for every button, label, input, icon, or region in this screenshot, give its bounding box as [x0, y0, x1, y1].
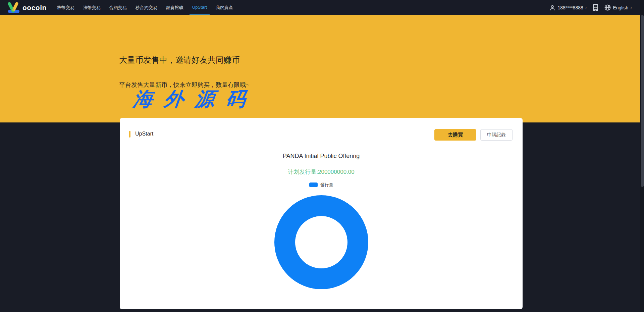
scrollbar-thumb[interactable] [641, 15, 644, 187]
nav-item-coin-trade[interactable]: 幣幣交易 [54, 0, 77, 15]
user-menu[interactable]: 188****8888 ‹ [549, 5, 587, 11]
language-label: English [613, 5, 628, 10]
scrollbar-track[interactable] [640, 0, 644, 312]
logo-text: oocoin [22, 4, 47, 12]
nav-item-sec-contract[interactable]: 秒合約交易 [133, 0, 160, 15]
donut-ring [274, 195, 368, 289]
logo-v-icon [7, 2, 21, 14]
user-chevron-icon: ‹ [585, 5, 587, 10]
user-icon [549, 5, 555, 11]
chart-legend-item[interactable]: 發行量 [120, 182, 523, 188]
nav-item-contract[interactable]: 合約交易 [107, 0, 129, 15]
upstart-card: UpStart 去購買 申購記錄 PANDA Initial Public Of… [120, 118, 523, 309]
nav-item-assets[interactable]: 我的資產 [213, 0, 236, 15]
legend-swatch [309, 183, 318, 187]
hero-title: 大量币发售中，邀请好友共同赚币 [119, 55, 240, 65]
app-download-button[interactable]: APP [593, 4, 598, 11]
svg-text:APP: APP [594, 6, 598, 8]
planned-issuance-label: 计划发行量:200000000.00 [120, 168, 523, 176]
language-selector[interactable]: English ‹ [604, 4, 632, 11]
chart-title: PANDA Initial Public Offering [120, 153, 523, 160]
nav-item-fiat-trade[interactable]: 法幣交易 [80, 0, 103, 15]
legend-label: 發行量 [320, 182, 333, 188]
page: oocoin 幣幣交易 法幣交易 合約交易 秒合約交易 鎖倉挖礦 UpStart… [0, 0, 644, 312]
app-phone-icon: APP [593, 4, 598, 11]
top-navbar: oocoin 幣幣交易 法幣交易 合約交易 秒合約交易 鎖倉挖礦 UpStart… [0, 0, 640, 15]
user-phone: 188****8888 [557, 5, 583, 10]
nav-item-upstart[interactable]: UpStart [190, 0, 210, 15]
nav-right: 188****8888 ‹ APP English [549, 4, 632, 11]
nav-menu: 幣幣交易 法幣交易 合約交易 秒合約交易 鎖倉挖礦 UpStart 我的資產 [53, 0, 237, 15]
donut-chart-wrap [120, 195, 523, 289]
globe-icon [604, 4, 611, 11]
language-chevron-icon: ‹ [630, 5, 632, 10]
ipo-chart: PANDA Initial Public Offering 计划发行量:2000… [120, 118, 523, 309]
logo[interactable]: oocoin [7, 2, 47, 14]
nav-item-mining[interactable]: 鎖倉挖礦 [163, 0, 186, 15]
watermark-text: 海外源码 [132, 86, 258, 112]
hero-banner: 大量币发售中，邀请好友共同赚币 平台发售大量新币，快来立即购买，数量有限哦~ 海… [0, 15, 640, 122]
